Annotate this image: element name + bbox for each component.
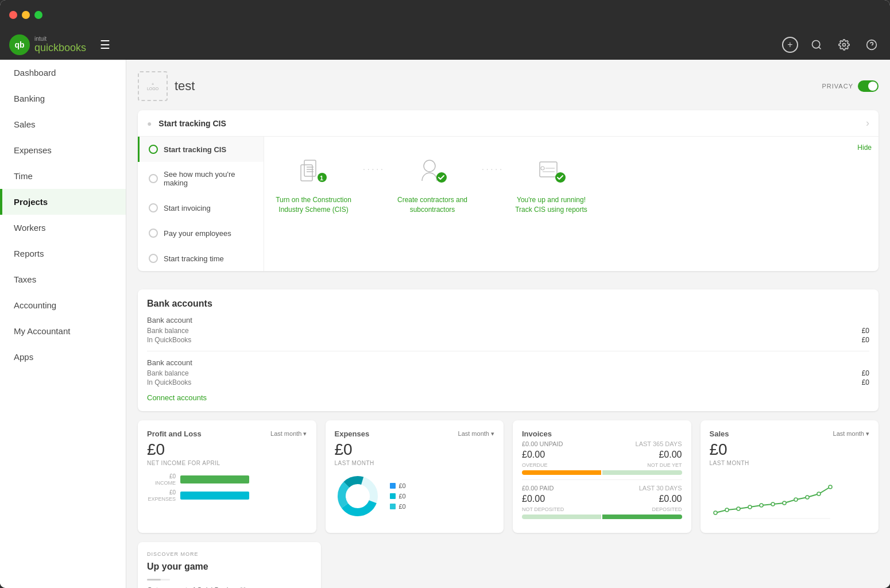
cis-step-2[interactable]: Start invoicing [138,195,264,220]
exp-value: £0 [335,440,495,459]
sidebar-item-taxes[interactable]: Taxes [0,266,126,292]
cis-step-0[interactable]: Start tracking CIS [138,137,264,162]
deposited-amount: £0.00 [659,494,682,504]
cis-icon-2 [531,150,571,191]
metrics-row: Profit and Loss Last month ▾ £0 NET INCO… [138,420,879,533]
deposited-bar [602,514,682,519]
add-button[interactable]: + [782,37,798,53]
notdeposited-label: NOT DEPOSITED [522,506,564,512]
hide-button[interactable]: Hide [857,144,872,152]
privacy-toggle-switch[interactable] [858,80,879,92]
sales-title: Sales [710,430,729,438]
bank-account-0: Bank account Bank balance £0 In QuickBoo… [147,316,869,344]
exp-sub: LAST MONTH [335,460,495,466]
sidebar: Dashboard Banking Sales Expenses Time Pr… [0,60,126,588]
settings-button[interactable] [835,36,853,54]
deposited-label: DEPOSITED [652,506,682,512]
pl-sub: NET INCOME FOR APRIL [147,460,307,466]
cis-widget-title: ● Start tracking CIS [147,119,226,128]
pl-income-row: £0 INCOME [147,473,307,486]
donut-container: £0 £0 £0 [335,473,495,519]
bank-account-name-0: Bank account [147,316,869,324]
svg-point-26 [748,505,752,509]
sidebar-item-workers[interactable]: Workers [0,215,126,241]
svg-point-25 [737,507,740,510]
app-name: intuit quickbooks [34,36,86,54]
paid-label: £0.00 PAID [522,485,554,492]
progress-fill [147,579,161,581]
maximize-button[interactable] [34,11,42,19]
close-button[interactable] [9,11,17,19]
sidebar-item-apps[interactable]: Apps [0,344,126,370]
expenses-widget: Expenses Last month ▾ £0 LAST MONTH [326,420,504,533]
discover-label: DISCOVER MORE [147,551,312,557]
company-logo[interactable]: + LOGO [138,71,168,101]
cis-step-1[interactable]: See how much you're making [138,162,264,195]
privacy-label: PRIVACY [822,83,853,90]
sales-header: Sales Last month ▾ [710,430,870,438]
window-controls [9,11,42,19]
svg-point-29 [783,501,786,505]
sales-value: £0 [710,440,870,459]
invoices-paid-section: £0.00 PAID LAST 30 DAYS £0.00 £0.00 NOT … [522,485,682,519]
company-header: + LOGO test PRIVACY [138,71,879,101]
notdue-bar [602,470,682,475]
pl-header: Profit and Loss Last month ▾ [147,430,307,438]
search-button[interactable] [807,36,826,54]
pl-title: Profit and Loss [147,430,202,438]
exp-title: Expenses [335,430,370,438]
sidebar-item-reports[interactable]: Reports [0,241,126,266]
svg-point-27 [760,504,763,507]
invoices-widget: Invoices £0.00 UNPAID LAST 365 DAYS £0.0… [513,420,691,533]
step-circle [149,203,158,212]
svg-rect-14 [540,162,557,177]
inv-header: Invoices [522,430,682,438]
minimize-button[interactable] [22,11,30,19]
sidebar-item-banking[interactable]: Banking [0,86,126,111]
legend-item-0: £0 [390,482,406,489]
cis-flow-item-0: 1 Turn on the Construction Industry Sche… [273,150,354,215]
legend-dot-2 [390,504,396,509]
bank-row-balance-1: Bank balance £0 [147,369,869,377]
step-circle [149,229,158,238]
privacy-toggle: PRIVACY [822,80,879,92]
cis-step-3[interactable]: Pay your employees [138,220,264,246]
expense-bar [180,492,249,500]
cis-steps-list: Start tracking CIS See how much you're m… [138,137,264,271]
sidebar-item-expenses[interactable]: Expenses [0,137,126,163]
pl-income-label: £0 INCOME [147,473,176,486]
invoices-unpaid-section: £0.00 UNPAID LAST 365 DAYS £0.00 £0.00 O… [522,440,682,475]
flow-connector: · · · · · [363,164,383,173]
sidebar-item-dashboard[interactable]: Dashboard [0,60,126,86]
pl-value: £0 [147,440,307,459]
hamburger-menu[interactable]: ☰ [95,36,115,54]
legend-item-1: £0 [390,493,406,500]
svg-point-31 [806,496,809,499]
sidebar-item-sales[interactable]: Sales [0,111,126,137]
sales-sparkline [710,475,870,524]
exp-period[interactable]: Last month ▾ [458,430,494,438]
sales-widget: Sales Last month ▾ £0 LAST MONTH [701,420,879,533]
connect-accounts-link[interactable]: Connect accounts [147,393,869,402]
sidebar-item-my-accountant[interactable]: My Accountant [0,318,126,344]
bank-row-balance-0: Bank balance £0 [147,327,869,335]
svg-point-2 [843,44,846,47]
cis-widget: ● Start tracking CIS › Start tracking CI… [138,110,879,271]
sales-period[interactable]: Last month ▾ [833,430,869,438]
sidebar-item-projects[interactable]: Projects [0,189,126,215]
bank-account-name-1: Bank account [147,358,869,367]
discover-graphic [272,579,312,588]
notdeposited-amount: £0.00 [522,494,545,504]
step-circle [149,174,158,183]
cis-icon-1 [412,150,452,191]
unpaid-period: LAST 365 DAYS [636,440,682,447]
sidebar-item-accounting[interactable]: Accounting [0,292,126,318]
sidebar-item-time[interactable]: Time [0,163,126,189]
discover-widget: DISCOVER MORE Up your game [138,542,321,588]
cis-flow-label-0: Turn on the Construction Industry Scheme… [273,195,354,215]
help-button[interactable] [862,36,881,54]
pl-period[interactable]: Last month ▾ [270,430,307,438]
legend-item-2: £0 [390,503,406,510]
cis-step-4[interactable]: Start tracking time [138,246,264,271]
overdue-amount: £0.00 [522,450,545,460]
